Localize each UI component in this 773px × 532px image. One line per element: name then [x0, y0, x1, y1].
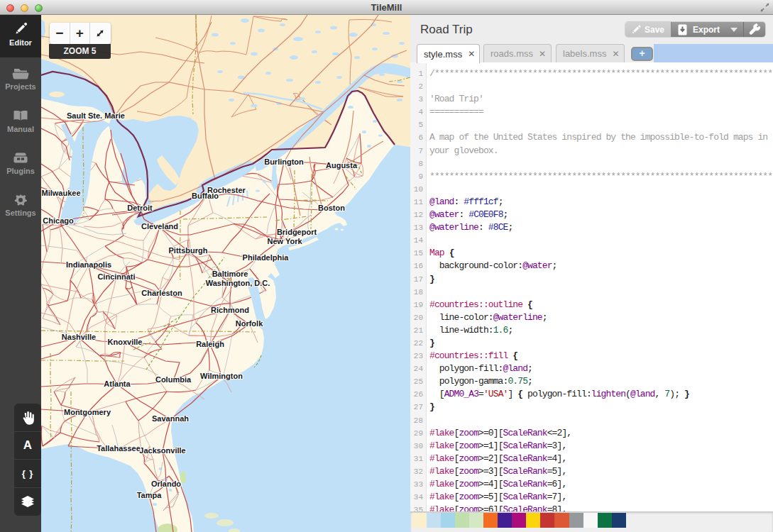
- svg-text:Sault Ste. Marie: Sault Ste. Marie: [67, 111, 125, 120]
- svg-text:Pittsburgh: Pittsburgh: [169, 246, 208, 255]
- svg-text:Washington, D.C.: Washington, D.C.: [206, 279, 270, 287]
- svg-text:Cleveland: Cleveland: [141, 222, 178, 231]
- svg-text:Milwaukee: Milwaukee: [41, 189, 80, 197]
- svg-text:Wilmington: Wilmington: [200, 372, 243, 380]
- svg-text:Orlando: Orlando: [151, 480, 181, 488]
- svg-text:Atlanta: Atlanta: [104, 379, 131, 388]
- svg-text:Knoxville: Knoxville: [108, 338, 143, 346]
- svg-text:Chicago: Chicago: [43, 216, 74, 225]
- svg-text:Norfolk: Norfolk: [236, 319, 263, 328]
- svg-text:Tampa: Tampa: [137, 491, 163, 499]
- svg-text:Bridgeport: Bridgeport: [277, 228, 317, 236]
- svg-text:Nashville: Nashville: [62, 333, 96, 341]
- svg-text:New York: New York: [267, 237, 302, 245]
- svg-text:Tallahassee: Tallahassee: [97, 444, 141, 453]
- svg-text:Richmond: Richmond: [211, 306, 249, 314]
- svg-text:Detroit: Detroit: [127, 204, 153, 212]
- svg-text:Cincinnati: Cincinnati: [97, 272, 135, 281]
- svg-text:Jacksonville: Jacksonville: [139, 446, 185, 455]
- svg-text:Montgomery: Montgomery: [64, 408, 111, 416]
- svg-text:Savannah: Savannah: [152, 414, 189, 423]
- svg-text:Burlington: Burlington: [264, 157, 304, 166]
- svg-text:Indianapolis: Indianapolis: [66, 260, 111, 269]
- svg-text:Baltimore: Baltimore: [212, 270, 248, 278]
- svg-text:Charleston: Charleston: [141, 289, 182, 297]
- svg-text:Rochester: Rochester: [207, 186, 246, 194]
- svg-text:Columbia: Columbia: [155, 375, 192, 384]
- svg-text:Boston: Boston: [318, 204, 345, 212]
- svg-text:Raleigh: Raleigh: [196, 340, 224, 348]
- svg-text:Augusta: Augusta: [326, 161, 358, 170]
- svg-text:Philadelphia: Philadelphia: [243, 253, 290, 262]
